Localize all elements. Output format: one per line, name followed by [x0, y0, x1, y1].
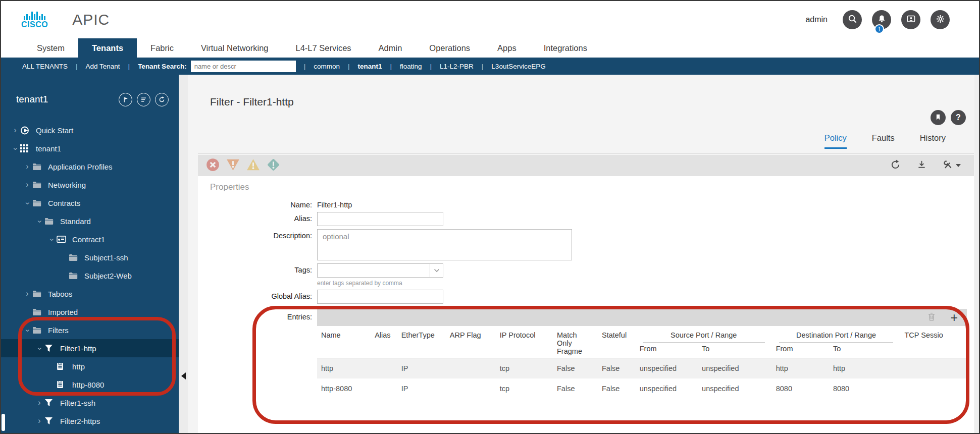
tree-item-label: Filter1-ssh — [60, 399, 95, 407]
column-subheader-to[interactable]: To — [829, 343, 901, 358]
tree-item-tenant1[interactable]: ›tenant1 — [1, 139, 179, 157]
entries-table-body: httpIPtcpFalseFalseunspecifiedunspecifie… — [317, 358, 967, 399]
entries-row-http-8080[interactable]: http-8080IPtcpFalseFalseunspecifiedunspe… — [317, 378, 967, 399]
nav-tab-fabric[interactable]: Fabric — [137, 38, 187, 58]
tree-item-networking[interactable]: ›Networking — [1, 176, 179, 194]
tree-item-filter1-ssh[interactable]: ›Filter1-ssh — [1, 394, 179, 412]
collapse-sidebar-icon[interactable] — [181, 372, 186, 379]
column-header-stateful[interactable]: Stateful — [598, 326, 636, 358]
column-header-ethertype[interactable]: EtherType — [397, 326, 446, 358]
contact-button[interactable] — [901, 10, 920, 29]
flag-icon[interactable] — [119, 93, 132, 106]
tree-item-contract1[interactable]: ›Contract1 — [1, 230, 179, 248]
chevron-expanded-icon[interactable]: › — [36, 344, 44, 354]
chevron-collapsed-icon[interactable]: › — [10, 126, 20, 134]
search-button[interactable] — [843, 10, 862, 29]
settings-button[interactable] — [931, 10, 950, 29]
chevron-expanded-icon[interactable]: › — [24, 326, 32, 336]
refresh-icon[interactable] — [155, 93, 169, 106]
entries-cell: IP — [397, 358, 446, 379]
search-icon — [848, 14, 857, 25]
add-tenant-link[interactable]: Add Tenant — [86, 63, 120, 70]
page-tab-policy[interactable]: Policy — [824, 133, 847, 149]
column-header-name[interactable]: Name — [317, 326, 371, 358]
tree-item-filter2-https[interactable]: ›Filter2-https — [1, 412, 179, 430]
nav-tab-integrations[interactable]: Integrations — [530, 38, 601, 58]
sidebar-tenant-title: tenant1 — [16, 94, 114, 105]
page-tab-faults[interactable]: Faults — [872, 133, 895, 149]
notifications-button[interactable]: 1 — [872, 10, 891, 29]
tree-item-application-profiles[interactable]: ›Application Profiles — [1, 157, 179, 176]
nav-tab-operations[interactable]: Operations — [416, 38, 484, 58]
column-header-tcp-sessio[interactable]: TCP Sessio — [900, 326, 967, 358]
tree-item-subject1-ssh[interactable]: Subject1-ssh — [1, 248, 179, 266]
page-tab-history[interactable]: History — [920, 133, 946, 149]
tree-item-label: Application Profiles — [48, 162, 113, 171]
nav-tab-admin[interactable]: Admin — [365, 38, 416, 58]
tenant-link-l3outserviceepg[interactable]: L3outServiceEPG — [491, 63, 545, 70]
tree-item-http-8080[interactable]: http-8080 — [1, 375, 179, 394]
tree-item-filter1-http[interactable]: ›Filter1-http — [1, 339, 179, 357]
list-icon[interactable] — [137, 93, 150, 106]
refresh-icon[interactable] — [890, 159, 901, 172]
major-fault-icon[interactable] — [226, 158, 240, 174]
delete-entry-button[interactable] — [927, 312, 936, 323]
alias-input[interactable] — [317, 212, 443, 226]
tree-item-quick-start[interactable]: ›Quick Start — [1, 121, 179, 139]
entries-cell: 8080 — [829, 378, 901, 399]
tree-item-subject2-web[interactable]: Subject2-Web — [1, 266, 179, 285]
tree-item-imported[interactable]: Imported — [1, 303, 179, 321]
tree-item-standard[interactable]: ›Standard — [1, 212, 179, 230]
tenant-link-l1-l2-pbr[interactable]: L1-L2-PBR — [440, 63, 474, 70]
download-icon[interactable] — [917, 160, 926, 172]
add-entry-button[interactable]: + — [950, 311, 958, 324]
description-input[interactable]: optional — [317, 229, 572, 260]
folder-icon — [32, 199, 44, 207]
chevron-expanded-icon[interactable]: › — [36, 216, 44, 227]
chevron-expanded-icon[interactable]: › — [48, 235, 56, 245]
nav-tab-virtual-networking[interactable]: Virtual Networking — [187, 38, 282, 58]
sidebar-scrollbar-thumb[interactable] — [2, 414, 5, 431]
global-alias-input[interactable] — [317, 290, 443, 304]
entries-cell: False — [598, 358, 636, 379]
nav-tab-l4-l7-services[interactable]: L4-L7 Services — [282, 38, 365, 58]
tags-input[interactable] — [318, 264, 429, 277]
column-header-alias[interactable]: Alias — [371, 326, 397, 358]
sidebar-splitter[interactable] — [179, 75, 188, 433]
warning-fault-icon[interactable] — [267, 158, 280, 174]
content-scrollbar[interactable] — [974, 75, 979, 433]
tree-item-http[interactable]: http — [1, 357, 179, 375]
nav-tab-system[interactable]: System — [23, 38, 78, 58]
tenant-search-input[interactable] — [191, 61, 296, 72]
nav-tab-tenants[interactable]: Tenants — [78, 38, 137, 58]
tree-item-contracts[interactable]: ›Contracts — [1, 194, 179, 212]
chevron-expanded-icon[interactable]: › — [24, 198, 32, 208]
column-subheader-from[interactable]: From — [636, 343, 698, 358]
chevron-collapsed-icon[interactable]: › — [34, 399, 44, 407]
nav-tab-apps[interactable]: Apps — [484, 38, 530, 58]
tree-item-filters[interactable]: ›Filters — [1, 321, 179, 339]
column-header-ip-protocol[interactable]: IP Protocol — [496, 326, 553, 358]
chevron-collapsed-icon[interactable]: › — [34, 417, 44, 425]
bookmark-button[interactable] — [931, 110, 946, 125]
column-group-label: Source Port / Range — [640, 331, 768, 339]
tenant-link-common[interactable]: common — [314, 63, 340, 70]
column-header-match-only-fragme[interactable]: Match Only Fragme — [553, 326, 598, 358]
tenant-link-floating[interactable]: floating — [400, 63, 422, 70]
chevron-down-icon[interactable] — [430, 264, 443, 277]
minor-fault-icon[interactable] — [246, 158, 260, 174]
entries-row-http[interactable]: httpIPtcpFalseFalseunspecifiedunspecifie… — [317, 358, 967, 379]
column-subheader-from[interactable]: From — [772, 343, 829, 358]
chevron-collapsed-icon[interactable]: › — [22, 290, 32, 298]
critical-fault-icon[interactable] — [206, 158, 220, 174]
tenant-link-tenant1[interactable]: tenant1 — [357, 63, 382, 70]
all-tenants-link[interactable]: ALL TENANTS — [22, 63, 68, 70]
tree-item-taboos[interactable]: ›Taboos — [1, 285, 179, 303]
chevron-expanded-icon[interactable]: › — [12, 144, 20, 154]
help-button[interactable]: ? — [951, 110, 966, 125]
chevron-collapsed-icon[interactable]: › — [22, 181, 32, 189]
column-header-arp-flag[interactable]: ARP Flag — [446, 326, 496, 358]
tools-menu-button[interactable] — [943, 159, 961, 172]
column-subheader-to[interactable]: To — [698, 343, 772, 358]
chevron-collapsed-icon[interactable]: › — [22, 162, 32, 171]
